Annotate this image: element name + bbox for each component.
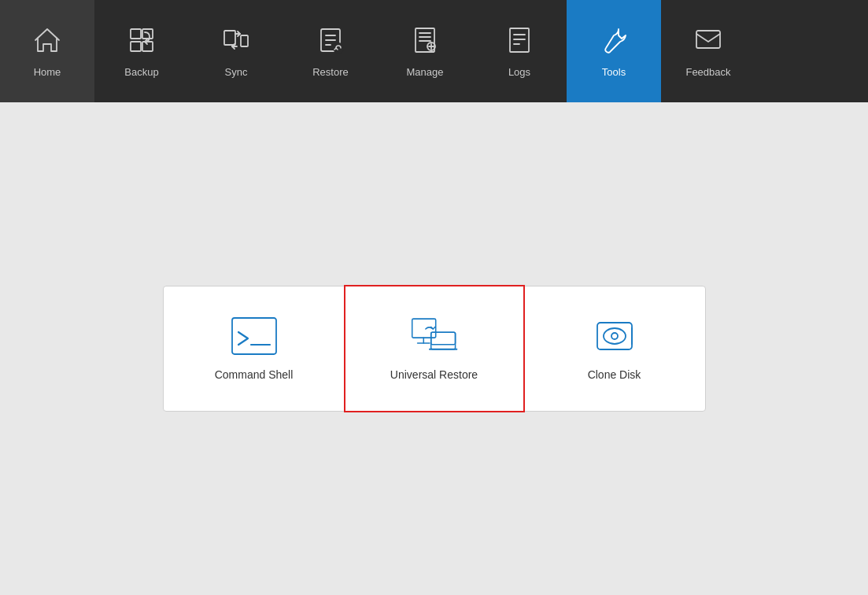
svg-rect-28 <box>597 323 632 349</box>
svg-rect-25 <box>430 332 455 349</box>
nav-item-feedback[interactable]: Feedback <box>661 0 755 102</box>
nav-item-sync[interactable]: Sync <box>189 0 283 102</box>
tools-icon <box>598 24 630 60</box>
restore-icon <box>315 24 346 60</box>
command-shell-icon <box>231 316 278 356</box>
main-content: Command Shell Unive <box>0 102 868 595</box>
tool-item-command-shell[interactable]: Command Shell <box>164 286 345 411</box>
universal-restore-icon <box>411 316 458 356</box>
svg-rect-5 <box>241 35 248 46</box>
navbar: Home Backup Sync <box>0 0 868 102</box>
svg-rect-1 <box>142 29 153 39</box>
tools-panel: Command Shell Unive <box>163 286 706 412</box>
nav-label-tools: Tools <box>602 66 626 78</box>
nav-item-manage[interactable]: Manage <box>378 0 472 102</box>
tool-label-command-shell: Command Shell <box>215 368 294 381</box>
logs-icon <box>504 24 535 60</box>
nav-label-manage: Manage <box>407 66 444 78</box>
svg-rect-20 <box>232 318 276 354</box>
nav-item-tools[interactable]: Tools <box>567 0 661 102</box>
nav-label-sync: Sync <box>225 66 248 78</box>
nav-item-logs[interactable]: Logs <box>472 0 567 102</box>
sync-icon <box>220 24 252 60</box>
svg-rect-15 <box>510 28 529 52</box>
clone-disk-icon <box>591 316 638 356</box>
svg-rect-4 <box>224 31 235 45</box>
nav-label-logs: Logs <box>508 66 530 78</box>
nav-label-restore: Restore <box>312 66 349 78</box>
nav-item-backup[interactable]: Backup <box>94 0 189 102</box>
nav-item-home[interactable]: Home <box>0 0 94 102</box>
nav-label-home: Home <box>34 66 61 78</box>
svg-rect-0 <box>131 29 141 39</box>
svg-rect-19 <box>696 31 720 48</box>
feedback-icon <box>693 24 724 60</box>
svg-rect-2 <box>131 42 141 51</box>
tool-label-clone-disk: Clone Disk <box>588 368 641 381</box>
svg-point-7 <box>333 42 344 54</box>
nav-label-feedback: Feedback <box>685 66 730 78</box>
svg-point-30 <box>611 333 618 339</box>
svg-rect-26 <box>430 332 455 344</box>
tool-item-clone-disk[interactable]: Clone Disk <box>524 286 705 411</box>
tool-label-universal-restore: Universal Restore <box>390 368 478 381</box>
nav-label-backup: Backup <box>124 66 158 78</box>
nav-item-restore[interactable]: Restore <box>283 0 378 102</box>
tool-item-universal-restore[interactable]: Universal Restore <box>344 285 525 412</box>
backup-icon <box>126 24 157 60</box>
svg-point-29 <box>604 328 626 344</box>
manage-icon <box>409 24 441 60</box>
svg-rect-3 <box>142 42 153 51</box>
home-icon <box>31 24 63 60</box>
